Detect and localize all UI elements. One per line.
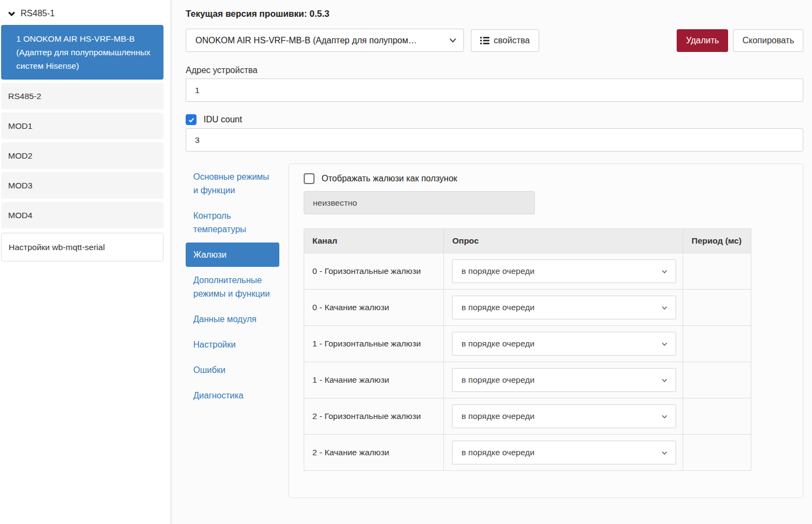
channels-table: Канал Опрос Период (мс) 0 - Горизонтальн…	[304, 228, 751, 471]
poll-select[interactable]: в порядке очереди	[452, 368, 676, 392]
header-period: Период (мс)	[683, 229, 751, 253]
tab-temperature-control[interactable]: Контроль температуры	[186, 204, 279, 241]
period-cell	[683, 290, 751, 326]
tab-module-data[interactable]: Данные модуля	[186, 307, 279, 331]
chevron-down-icon	[8, 10, 16, 18]
properties-button-label: свойства	[494, 36, 530, 45]
louvers-slider-checkbox[interactable]	[304, 173, 315, 184]
channel-label: 2 - Качание жалюзи	[304, 435, 444, 471]
sidebar-item-label: MOD3	[8, 181, 32, 190]
device-tabs-layout: Основные режимы и функции Контроль темпе…	[186, 163, 803, 498]
tab-main-modes[interactable]: Основные режимы и функции	[186, 165, 279, 202]
poll-select-value: в порядке очереди	[461, 375, 661, 385]
sidebar-item-label: MOD1	[8, 121, 32, 130]
poll-select-value: в порядке очереди	[461, 448, 661, 457]
chevron-down-icon	[661, 377, 668, 384]
idu-count-input[interactable]	[186, 128, 803, 152]
header-channel: Канал	[304, 229, 444, 253]
poll-select[interactable]: в порядке очереди	[452, 296, 676, 319]
period-cell	[683, 362, 751, 398]
louvers-panel: Отображать жалюзи как ползунок неизвестн…	[289, 163, 803, 498]
sidebar-group-label: RS485-1	[21, 9, 55, 18]
idu-count-row: IDU count	[186, 114, 803, 125]
chevron-down-icon	[449, 36, 457, 44]
louvers-slider-row: Отображать жалюзи как ползунок	[304, 173, 803, 184]
tab-diagnostics[interactable]: Диагностика	[186, 383, 279, 408]
sidebar-item-label: RS485-2	[8, 91, 41, 101]
table-row: 0 - Качание жалюзи в порядке очереди	[304, 290, 751, 326]
sidebar-item-label: MOD4	[8, 211, 32, 220]
chevron-down-icon	[661, 304, 668, 311]
table-row: 2 - Качание жалюзи в порядке очереди	[304, 435, 751, 471]
delete-button-label: Удалить	[686, 36, 719, 45]
poll-select-value: в порядке очереди	[461, 266, 661, 276]
channel-label: 1 - Горизонтальные жалюзи	[304, 326, 444, 362]
sidebar-item-label: MOD2	[8, 151, 32, 160]
channel-label: 1 - Качание жалюзи	[304, 362, 444, 398]
louvers-slider-label: Отображать жалюзи как ползунок	[322, 174, 457, 184]
sidebar-item-mod4[interactable]: MOD4	[1, 202, 163, 228]
copy-button[interactable]: Скопировать	[733, 29, 803, 52]
header-poll: Опрос	[444, 229, 683, 253]
firmware-version-label: Текущая версия прошивки:	[186, 9, 307, 18]
sidebar-item-wb-mqtt-serial-settings[interactable]: Настройки wb-mqtt-serial	[1, 233, 163, 261]
channel-label: 2 - Горизонтальные жалюзи	[304, 398, 444, 435]
channel-label: 0 - Горизонтальные жалюзи	[304, 253, 444, 290]
properties-button[interactable]: свойства	[471, 29, 539, 52]
sidebar-item-mod1[interactable]: MOD1	[1, 113, 163, 139]
period-cell	[683, 398, 751, 435]
toolbar: ONOKOM AIR HS-VRF-MB-B (Адаптер для полу…	[186, 29, 803, 52]
period-cell	[683, 435, 751, 471]
chevron-down-icon	[661, 413, 668, 420]
poll-select[interactable]: в порядке очереди	[452, 259, 676, 283]
device-type-select[interactable]: ONOKOM AIR HS-VRF-MB-B (Адаптер для полу…	[186, 29, 464, 52]
device-type-select-value: ONOKOM AIR HS-VRF-MB-B (Адаптер для полу…	[195, 36, 449, 45]
poll-select-value: в порядке очереди	[461, 303, 661, 312]
sidebar-item-label: Настройки wb-mqtt-serial	[9, 243, 105, 252]
poll-select[interactable]: в порядке очереди	[452, 332, 676, 356]
table-row: 2 - Горизонтальные жалюзи в порядке очер…	[304, 398, 751, 435]
device-tabs: Основные режимы и функции Контроль темпе…	[186, 163, 279, 408]
sidebar-item-label: 1 ONOKOM AIR HS-VRF-MB-B (Адаптер для по…	[16, 34, 150, 70]
sidebar-item-device-1[interactable]: 1 ONOKOM AIR HS-VRF-MB-B (Адаптер для по…	[1, 25, 163, 80]
poll-select-value: в порядке очереди	[461, 339, 661, 349]
poll-select[interactable]: в порядке очереди	[452, 404, 676, 428]
poll-select-value: в порядке очереди	[461, 411, 661, 421]
table-header-row: Канал Опрос Период (мс)	[304, 229, 751, 253]
channel-label: 0 - Качание жалюзи	[304, 290, 444, 326]
louvers-status-value: неизвестно	[313, 198, 357, 208]
copy-button-label: Скопировать	[742, 36, 794, 45]
chevron-down-icon	[661, 340, 668, 348]
tab-settings[interactable]: Настройки	[186, 332, 279, 357]
period-cell	[683, 253, 751, 290]
poll-select[interactable]: в порядке очереди	[452, 441, 676, 464]
period-cell	[683, 326, 751, 362]
table-row: 0 - Горизонтальные жалюзи в порядке очер…	[304, 253, 751, 290]
device-address-input[interactable]	[186, 78, 803, 102]
firmware-version-value: 0.5.3	[310, 9, 330, 18]
tab-louvers[interactable]: Жалюзи	[186, 243, 279, 267]
firmware-version-line: Текущая версия прошивки: 0.5.3	[186, 8, 803, 19]
device-address-label: Адрес устройства	[186, 66, 803, 75]
sidebar: RS485-1 1 ONOKOM AIR HS-VRF-MB-B (Адапте…	[0, 0, 172, 524]
chevron-down-icon	[661, 268, 668, 275]
tab-errors[interactable]: Ошибки	[186, 358, 279, 382]
tab-additional-modes[interactable]: Дополнительные режимы и функции	[186, 268, 279, 306]
sidebar-item-mod3[interactable]: MOD3	[1, 172, 163, 199]
main-content: Текущая версия прошивки: 0.5.3 ONOKOM AI…	[172, 0, 812, 524]
louvers-status-field: неизвестно	[304, 191, 535, 214]
sidebar-item-mod2[interactable]: MOD2	[1, 142, 163, 169]
chevron-down-icon	[661, 449, 668, 456]
delete-button[interactable]: Удалить	[677, 29, 728, 52]
list-icon	[480, 36, 489, 45]
idu-count-label: IDU count	[204, 115, 242, 125]
idu-count-checkbox[interactable]	[186, 114, 197, 125]
sidebar-group-rs485-1[interactable]: RS485-1	[1, 4, 163, 24]
sidebar-item-rs485-2[interactable]: RS485-2	[1, 83, 163, 109]
table-row: 1 - Качание жалюзи в порядке очереди	[304, 362, 751, 398]
table-row: 1 - Горизонтальные жалюзи в порядке очер…	[304, 326, 751, 362]
